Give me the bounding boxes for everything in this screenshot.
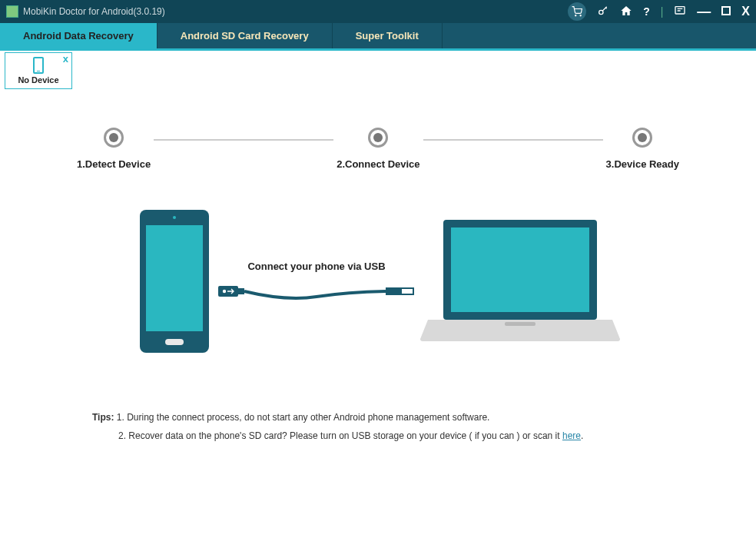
svg-rect-16 (505, 322, 536, 326)
tab-super-toolkit[interactable]: Super Toolkit (333, 23, 443, 48)
step-3: 3.Device Ready (606, 128, 679, 170)
svg-rect-4 (722, 7, 730, 15)
phone-outline-icon (33, 57, 44, 74)
tip-line-1: Tips: 1. During the connect process, do … (92, 408, 664, 427)
feedback-icon[interactable] (674, 5, 686, 19)
tab-android-sd-card-recovery[interactable]: Android SD Card Recovery (158, 23, 333, 48)
tip-2-prefix: 2. Recover data on the phone's SD card? … (118, 430, 562, 441)
window-controls: ? | — X (568, 2, 750, 21)
connect-illustration: Connect your phone via USB (46, 208, 710, 354)
svg-point-1 (580, 15, 581, 16)
tips-label: Tips: (92, 412, 114, 423)
cable-label: Connect your phone via USB (247, 261, 385, 272)
svg-rect-15 (451, 227, 589, 312)
step-connector (154, 139, 333, 141)
device-tab-label: No Device (18, 75, 58, 85)
step-circle-icon (632, 128, 652, 148)
tab-android-data-recovery[interactable]: Android Data Recovery (0, 23, 158, 48)
close-icon[interactable]: X (741, 5, 750, 18)
phone-illustration-icon (136, 208, 213, 354)
svg-rect-13 (401, 288, 413, 294)
steps-indicator: 1.Detect Device 2.Connect Device 3.Devic… (77, 128, 679, 170)
titlebar: MobiKin Doctor for Android(3.0.19) ? | —… (0, 0, 756, 23)
svg-rect-6 (146, 225, 203, 331)
tab-label: Android Data Recovery (23, 30, 134, 42)
minimize-icon[interactable]: — (697, 4, 711, 20)
main-content: 1.Detect Device 2.Connect Device 3.Devic… (0, 89, 756, 468)
step-circle-icon (368, 128, 388, 148)
navbar: Android Data Recovery Android SD Card Re… (0, 23, 756, 51)
tip-line-2: 2. Recover data on the phone's SD card? … (92, 427, 664, 445)
device-tab-row: x No Device (0, 51, 756, 89)
tab-label: Super Toolkit (356, 30, 419, 42)
step-label: 3.Device Ready (606, 158, 679, 170)
device-tab-close[interactable]: x (63, 53, 68, 65)
cart-icon[interactable] (568, 2, 586, 21)
svg-point-0 (575, 15, 576, 16)
device-tab-no-device[interactable]: x No Device (5, 52, 72, 89)
maximize-icon[interactable] (721, 5, 731, 18)
app-icon (6, 5, 18, 18)
tips-section: Tips: 1. During the connect process, do … (92, 408, 664, 445)
svg-rect-11 (238, 288, 244, 294)
svg-point-2 (599, 10, 603, 14)
svg-rect-8 (165, 339, 184, 345)
svg-point-10 (223, 289, 226, 292)
step-label: 2.Connect Device (337, 158, 419, 170)
step-label: 1.Detect Device (77, 158, 151, 170)
tip-2-suffix: . (581, 430, 583, 441)
laptop-illustration-icon (420, 216, 620, 347)
svg-point-7 (173, 216, 176, 219)
step-2: 2.Connect Device (337, 128, 419, 170)
divider: | (661, 5, 664, 18)
tab-label: Android SD Card Recovery (181, 30, 309, 42)
key-icon[interactable] (597, 5, 609, 19)
cable-area: Connect your phone via USB (213, 261, 420, 303)
svg-rect-12 (386, 287, 401, 295)
step-1: 1.Detect Device (77, 128, 151, 170)
tip-1-text: 1. During the connect process, do not st… (114, 412, 489, 423)
home-icon[interactable] (620, 5, 632, 19)
here-link[interactable]: here (562, 430, 581, 441)
usb-cable-icon (217, 280, 416, 303)
help-icon[interactable]: ? (643, 5, 650, 18)
app-title: MobiKin Doctor for Android(3.0.19) (23, 6, 568, 17)
step-circle-icon (104, 128, 124, 148)
step-connector (423, 139, 603, 141)
